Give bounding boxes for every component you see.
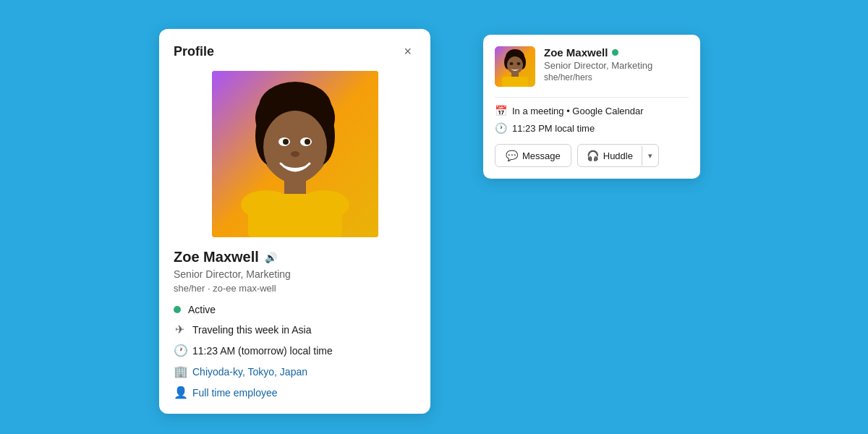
hover-actions: 💬 Message 🎧 Huddle ▾ (495, 144, 689, 167)
status-traveling: ✈ Traveling this week in Asia (174, 323, 416, 336)
profile-card-title: Profile (174, 44, 214, 59)
hover-meeting-status: 📅 In a meeting • Google Calendar (495, 105, 689, 116)
profile-name: Zoe Maxwell (174, 249, 259, 265)
svg-rect-12 (284, 178, 306, 196)
profile-card-header: Profile × (174, 43, 416, 59)
hover-meeting-text: In a meeting • Google Calendar (512, 106, 644, 116)
status-employment-link[interactable]: Full time employee (192, 387, 278, 399)
profile-status-list: Active ✈ Traveling this week in Asia 🕐 1… (174, 304, 416, 399)
svg-point-10 (305, 139, 310, 145)
status-active-text: Active (188, 304, 216, 315)
profile-job-title: Senior Director, Marketing (174, 268, 416, 280)
hover-role: Senior Director, Marketing (544, 60, 689, 71)
message-button[interactable]: 💬 Message (495, 144, 571, 167)
hover-name: Zoe Maxwell (544, 46, 608, 59)
svg-point-6 (263, 111, 327, 183)
profile-photo (212, 71, 378, 237)
hover-name-row: Zoe Maxwell (544, 46, 689, 59)
status-location[interactable]: 🏢 Chiyoda-ky, Tokyo, Japan (174, 365, 416, 378)
hover-online-dot (612, 49, 618, 56)
status-location-link[interactable]: Chiyoda-ky, Tokyo, Japan (192, 366, 307, 378)
huddle-label: Huddle (603, 150, 633, 161)
hover-time-text: 11:23 PM local time (512, 123, 595, 134)
status-time: 🕐 11:23 AM (tomorrow) local time (174, 344, 416, 357)
hover-divider (495, 97, 689, 98)
building-icon: 🏢 (174, 365, 185, 378)
active-dot (174, 306, 181, 313)
svg-point-14 (241, 190, 292, 219)
huddle-button-group[interactable]: 🎧 Huddle ▾ (577, 144, 659, 167)
svg-point-15 (299, 190, 349, 219)
svg-rect-24 (511, 72, 519, 77)
svg-point-21 (507, 56, 523, 74)
hover-card: Zoe Maxwell Senior Director, Marketing s… (483, 35, 700, 179)
person-icon: 👤 (174, 386, 185, 399)
hover-info: Zoe Maxwell Senior Director, Marketing s… (544, 46, 689, 87)
hover-time-status: 🕐 11:23 PM local time (495, 122, 689, 134)
profile-pronouns: she/her · zo-ee max-well (174, 283, 416, 294)
headphone-icon: 🎧 (587, 150, 599, 161)
close-button[interactable]: × (399, 43, 416, 59)
hover-clock-icon: 🕐 (495, 122, 506, 134)
plane-icon: ✈ (174, 323, 185, 336)
svg-point-11 (291, 151, 299, 157)
huddle-chevron-button[interactable]: ▾ (642, 146, 658, 166)
hover-pronouns: she/her/hers (544, 72, 689, 82)
status-traveling-text: Traveling this week in Asia (192, 324, 311, 336)
profile-name-row: Zoe Maxwell 🔊 (174, 249, 416, 265)
sound-icon[interactable]: 🔊 (265, 252, 277, 263)
hover-status-list: 📅 In a meeting • Google Calendar 🕐 11:23… (495, 105, 689, 134)
status-employment[interactable]: 👤 Full time employee (174, 386, 416, 399)
svg-point-22 (510, 62, 514, 65)
message-icon: 💬 (506, 150, 518, 161)
profile-card: Profile × (159, 29, 430, 414)
svg-rect-25 (502, 77, 528, 87)
calendar-icon: 📅 (495, 105, 506, 116)
svg-point-9 (283, 139, 289, 145)
clock-icon: 🕐 (174, 344, 185, 357)
hover-avatar (495, 46, 535, 87)
status-active: Active (174, 304, 416, 315)
status-time-text: 11:23 AM (tomorrow) local time (192, 345, 333, 357)
hover-card-top: Zoe Maxwell Senior Director, Marketing s… (495, 46, 689, 87)
huddle-main-button[interactable]: 🎧 Huddle (578, 145, 642, 166)
svg-point-23 (517, 62, 521, 65)
message-label: Message (522, 150, 561, 161)
